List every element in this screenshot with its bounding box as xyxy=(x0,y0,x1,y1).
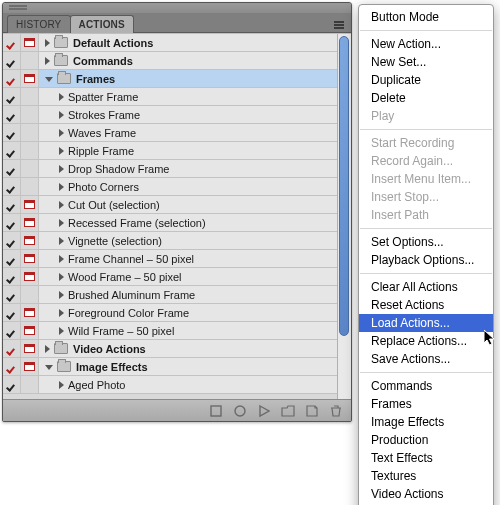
disclosure-icon[interactable] xyxy=(59,201,64,209)
scrollbar-thumb[interactable] xyxy=(339,36,349,336)
set-commands[interactable]: Commands xyxy=(3,52,337,70)
toggle-column[interactable] xyxy=(3,196,21,213)
menu-preset-commands[interactable]: Commands xyxy=(359,377,493,395)
disclosure-icon[interactable] xyxy=(59,183,64,191)
action-row[interactable]: Drop Shadow Frame xyxy=(3,160,337,178)
disclosure-icon[interactable] xyxy=(59,111,64,119)
actions-list[interactable]: Default Actions Commands Frames Spatter … xyxy=(3,34,337,399)
dialog-column[interactable] xyxy=(21,268,39,285)
menu-new-set[interactable]: New Set... xyxy=(359,53,493,71)
action-row[interactable]: Wild Frame – 50 pixel xyxy=(3,322,337,340)
menu-preset-frames[interactable]: Frames xyxy=(359,395,493,413)
action-row[interactable]: Waves Frame xyxy=(3,124,337,142)
action-row[interactable]: Strokes Frame xyxy=(3,106,337,124)
toggle-column[interactable] xyxy=(3,124,21,141)
menu-duplicate[interactable]: Duplicate xyxy=(359,71,493,89)
delete-button[interactable] xyxy=(329,404,343,418)
tab-actions[interactable]: ACTIONS xyxy=(70,15,134,33)
menu-load-actions[interactable]: Load Actions... xyxy=(359,314,493,332)
toggle-column[interactable] xyxy=(3,358,21,375)
menu-delete[interactable]: Delete xyxy=(359,89,493,107)
toggle-column[interactable] xyxy=(3,304,21,321)
action-row[interactable]: Wood Frame – 50 pixel xyxy=(3,268,337,286)
dialog-column[interactable] xyxy=(21,376,39,393)
action-row[interactable]: Frame Channel – 50 pixel xyxy=(3,250,337,268)
disclosure-icon[interactable] xyxy=(45,57,50,65)
tab-history[interactable]: HISTORY xyxy=(7,15,71,33)
menu-button-mode[interactable]: Button Mode xyxy=(359,8,493,26)
dialog-column[interactable] xyxy=(21,142,39,159)
disclosure-icon[interactable] xyxy=(45,365,53,370)
action-row[interactable]: Spatter Frame xyxy=(3,88,337,106)
dialog-column[interactable] xyxy=(21,340,39,357)
dialog-column[interactable] xyxy=(21,70,39,87)
disclosure-icon[interactable] xyxy=(59,237,64,245)
disclosure-icon[interactable] xyxy=(59,327,64,335)
action-row[interactable]: Vignette (selection) xyxy=(3,232,337,250)
menu-clear-all[interactable]: Clear All Actions xyxy=(359,278,493,296)
action-row[interactable]: Foreground Color Frame xyxy=(3,304,337,322)
dialog-column[interactable] xyxy=(21,232,39,249)
set-image-effects[interactable]: Image Effects xyxy=(3,358,337,376)
toggle-column[interactable] xyxy=(3,268,21,285)
disclosure-icon[interactable] xyxy=(59,129,64,137)
menu-playback-options[interactable]: Playback Options... xyxy=(359,251,493,269)
play-button[interactable] xyxy=(257,404,271,418)
dialog-column[interactable] xyxy=(21,52,39,69)
toggle-column[interactable] xyxy=(3,142,21,159)
action-row[interactable]: Aged Photo xyxy=(3,376,337,394)
action-row[interactable]: Recessed Frame (selection) xyxy=(3,214,337,232)
menu-preset-image-effects[interactable]: Image Effects xyxy=(359,413,493,431)
toggle-column[interactable] xyxy=(3,340,21,357)
disclosure-icon[interactable] xyxy=(59,165,64,173)
disclosure-icon[interactable] xyxy=(59,93,64,101)
set-default-actions[interactable]: Default Actions xyxy=(3,34,337,52)
menu-preset-production[interactable]: Production xyxy=(359,431,493,449)
disclosure-icon[interactable] xyxy=(59,273,64,281)
toggle-column[interactable] xyxy=(3,34,21,51)
menu-preset-text-effects[interactable]: Text Effects xyxy=(359,449,493,467)
menu-replace[interactable]: Replace Actions... xyxy=(359,332,493,350)
toggle-column[interactable] xyxy=(3,160,21,177)
disclosure-icon[interactable] xyxy=(59,255,64,263)
menu-preset-textures[interactable]: Textures xyxy=(359,467,493,485)
toggle-column[interactable] xyxy=(3,106,21,123)
disclosure-icon[interactable] xyxy=(45,39,50,47)
toggle-column[interactable] xyxy=(3,70,21,87)
toggle-column[interactable] xyxy=(3,250,21,267)
menu-reset[interactable]: Reset Actions xyxy=(359,296,493,314)
action-row[interactable]: Photo Corners xyxy=(3,178,337,196)
disclosure-icon[interactable] xyxy=(45,77,53,82)
dialog-column[interactable] xyxy=(21,160,39,177)
dialog-column[interactable] xyxy=(21,34,39,51)
toggle-column[interactable] xyxy=(3,214,21,231)
dialog-column[interactable] xyxy=(21,88,39,105)
menu-set-options[interactable]: Set Options... xyxy=(359,233,493,251)
new-action-button[interactable] xyxy=(305,404,319,418)
disclosure-icon[interactable] xyxy=(59,309,64,317)
dialog-column[interactable] xyxy=(21,304,39,321)
menu-preset-video-actions[interactable]: Video Actions xyxy=(359,485,493,503)
panel-menu-button[interactable] xyxy=(331,15,347,29)
action-row[interactable]: Cut Out (selection) xyxy=(3,196,337,214)
dialog-column[interactable] xyxy=(21,250,39,267)
toggle-column[interactable] xyxy=(3,52,21,69)
disclosure-icon[interactable] xyxy=(59,291,64,299)
menu-new-action[interactable]: New Action... xyxy=(359,35,493,53)
set-video-actions[interactable]: Video Actions xyxy=(3,340,337,358)
scrollbar[interactable] xyxy=(337,34,351,399)
dialog-column[interactable] xyxy=(21,196,39,213)
action-row[interactable]: Ripple Frame xyxy=(3,142,337,160)
dialog-column[interactable] xyxy=(21,322,39,339)
disclosure-icon[interactable] xyxy=(59,219,64,227)
menu-save[interactable]: Save Actions... xyxy=(359,350,493,368)
toggle-column[interactable] xyxy=(3,376,21,393)
action-row[interactable]: Brushed Aluminum Frame xyxy=(3,286,337,304)
dialog-column[interactable] xyxy=(21,358,39,375)
toggle-column[interactable] xyxy=(3,232,21,249)
disclosure-icon[interactable] xyxy=(59,381,64,389)
dialog-column[interactable] xyxy=(21,106,39,123)
dialog-column[interactable] xyxy=(21,178,39,195)
disclosure-icon[interactable] xyxy=(45,345,50,353)
panel-drag-bar[interactable] xyxy=(3,3,351,13)
